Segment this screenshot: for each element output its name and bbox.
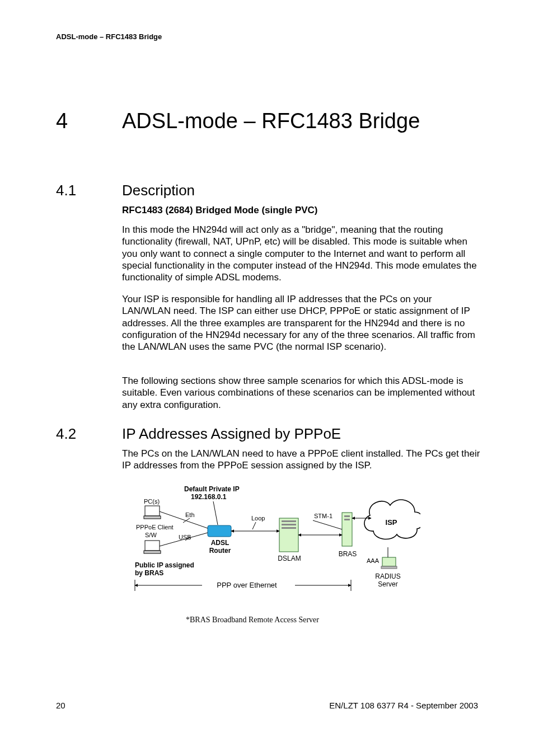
svg-rect-16 [145, 541, 160, 551]
bras-label: BRAS [339, 550, 357, 558]
pc-icon [144, 541, 161, 553]
svg-rect-0 [342, 513, 352, 546]
svg-rect-5 [279, 518, 298, 552]
paragraph: Your ISP is responsible for handling all… [122, 293, 480, 353]
aaa-workstation-icon [381, 547, 397, 569]
saw-label: S/W [145, 532, 157, 538]
eth-label: Eth [185, 511, 195, 518]
ppp-over-ethernet-label: PPP over Ethernet [217, 581, 277, 589]
running-head: ADSL-mode – RFC1483 Bridge [56, 32, 162, 41]
page-number: 20 [56, 701, 65, 710]
svg-rect-10 [208, 525, 231, 537]
svg-rect-8 [282, 527, 296, 529]
adsl-label-l2: Router [209, 547, 231, 555]
pc-icon [144, 506, 161, 519]
paragraph: The PCs on the LAN/WLAN need to have a P… [122, 448, 480, 472]
diagram-footnote: *BRAS Broadband Remote Access Server [186, 616, 319, 624]
paragraph: The following sections show three sample… [122, 375, 480, 411]
svg-line-13 [252, 522, 256, 529]
subheading-bridged-mode: RFC1483 (2684) Bridged Mode (single PVC) [122, 204, 480, 216]
chapter-number: 4 [56, 109, 122, 133]
radius-l1: RADIUS [375, 572, 400, 580]
pub-ip-l1: Public IP assigned [135, 561, 194, 569]
svg-line-11 [213, 501, 218, 525]
section-number: 4.2 [56, 425, 122, 443]
isp-label: ISP [386, 518, 397, 527]
svg-rect-22 [382, 557, 396, 566]
isp-cloud-icon: ISP [364, 500, 420, 539]
svg-line-4 [313, 520, 342, 529]
dslam-label: DSLAM [278, 555, 301, 562]
section-title: IP Addresses Assigned by PPPoE [122, 425, 341, 443]
pppoe-client-label: PPPoE Client [136, 524, 174, 530]
svg-rect-2 [344, 519, 350, 520]
default-ip-l1: Default Private IP [184, 485, 240, 493]
chapter-heading: 4 ADSL-mode – RFC1483 Bridge [56, 109, 420, 133]
aaa-label: AAA [367, 557, 380, 564]
svg-rect-7 [282, 524, 296, 525]
network-diagram: ISP BRAS STM-1 DSLAM [129, 485, 420, 618]
radius-l2: Server [378, 580, 397, 588]
page: ADSL-mode – RFC1483 Bridge 4 ADSL-mode –… [0, 0, 534, 756]
pub-ip-l2: by BRAS [135, 569, 163, 577]
svg-line-20 [183, 518, 190, 523]
svg-rect-17 [144, 551, 161, 553]
section-4-2-heading: 4.2 IP Addresses Assigned by PPPoE [56, 425, 341, 443]
paragraph: In this mode the HN294d will act only as… [122, 224, 480, 283]
svg-rect-15 [144, 516, 161, 519]
stm1-label: STM-1 [314, 513, 332, 519]
default-ip-l2: 192.168.0.1 [191, 493, 227, 501]
svg-rect-6 [282, 520, 296, 522]
section-number: 4.1 [56, 182, 122, 199]
loop-label: Loop [251, 515, 265, 522]
chapter-title: ADSL-mode – RFC1483 Bridge [122, 109, 420, 133]
adsl-label-l1: ADSL [211, 539, 229, 547]
svg-rect-1 [344, 515, 350, 517]
dslam-icon: DSLAM [278, 518, 301, 562]
pcs-label: PC(s) [144, 498, 160, 505]
svg-rect-23 [381, 566, 397, 569]
adsl-router-icon: ADSL Router [208, 525, 231, 555]
svg-rect-14 [145, 506, 160, 516]
footer-doc-id: EN/LZT 108 6377 R4 - September 2003 [329, 701, 478, 710]
section-title: Description [122, 182, 195, 199]
section-4-1-heading: 4.1 Description [56, 182, 195, 199]
